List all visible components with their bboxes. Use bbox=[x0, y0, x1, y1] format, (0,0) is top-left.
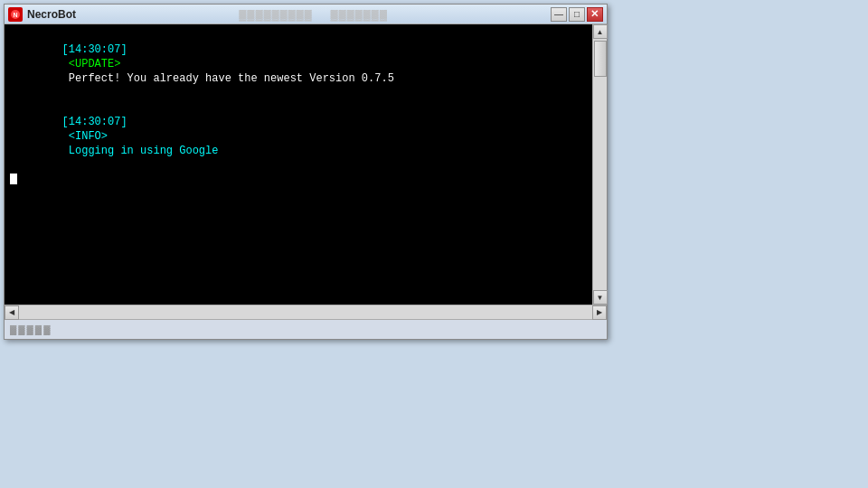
horizontal-scrollbar[interactable]: ◀ ▶ bbox=[5, 305, 607, 319]
maximize-button[interactable]: □ bbox=[569, 7, 585, 22]
timestamp-1: [14:30:07] bbox=[62, 43, 127, 56]
cursor-block bbox=[10, 174, 17, 184]
title-bar-left: N NecroBot bbox=[8, 7, 76, 22]
status-text: ▓▓▓▓▓ bbox=[10, 324, 52, 334]
main-window: N NecroBot ▓▓▓▓▓▓▓▓▓ ▓▓▓▓▓▓▓ — □ ✕ [14:3… bbox=[4, 4, 608, 340]
close-button[interactable]: ✕ bbox=[587, 7, 603, 22]
menu-item-1[interactable]: ▓▓▓▓▓▓▓▓▓ bbox=[239, 9, 312, 20]
tag-info: <INFO> bbox=[62, 130, 108, 143]
timestamp-2: [14:30:07] bbox=[62, 116, 127, 128]
vertical-scrollbar[interactable]: ▲ ▼ bbox=[592, 24, 607, 305]
window-title: NecroBot bbox=[27, 8, 76, 21]
terminal-area: [14:30:07] <UPDATE> Perfect! You already… bbox=[5, 24, 592, 305]
cursor-line bbox=[10, 173, 587, 187]
line-text-1: Perfect! You already have the newest Ver… bbox=[62, 72, 394, 85]
tag-update: <UPDATE> bbox=[62, 58, 121, 70]
scroll-up-button[interactable]: ▲ bbox=[593, 24, 608, 39]
window-controls: — □ ✕ bbox=[551, 7, 603, 22]
scroll-right-button[interactable]: ▶ bbox=[592, 305, 607, 320]
menu-item-2[interactable]: ▓▓▓▓▓▓▓ bbox=[331, 9, 388, 20]
scroll-thumb[interactable] bbox=[594, 41, 607, 77]
terminal-line-1: [14:30:07] <UPDATE> Perfect! You already… bbox=[10, 28, 587, 100]
status-bar: ▓▓▓▓▓ bbox=[5, 319, 607, 339]
app-icon: N bbox=[8, 7, 23, 22]
scroll-down-button[interactable]: ▼ bbox=[593, 290, 608, 305]
svg-text:N: N bbox=[13, 12, 17, 18]
title-bar: N NecroBot ▓▓▓▓▓▓▓▓▓ ▓▓▓▓▓▓▓ — □ ✕ bbox=[5, 5, 607, 24]
minimize-button[interactable]: — bbox=[551, 7, 567, 22]
terminal-line-2: [14:30:07] <INFO> Logging in using Googl… bbox=[10, 100, 587, 173]
h-scroll-track[interactable] bbox=[19, 305, 592, 319]
scroll-left-button[interactable]: ◀ bbox=[5, 305, 19, 320]
line-text-2: Logging in using Google bbox=[62, 145, 219, 157]
terminal-wrapper: [14:30:07] <UPDATE> Perfect! You already… bbox=[5, 24, 607, 305]
scroll-track[interactable] bbox=[593, 39, 607, 290]
title-bar-menu: ▓▓▓▓▓▓▓▓▓ ▓▓▓▓▓▓▓ bbox=[239, 9, 387, 20]
